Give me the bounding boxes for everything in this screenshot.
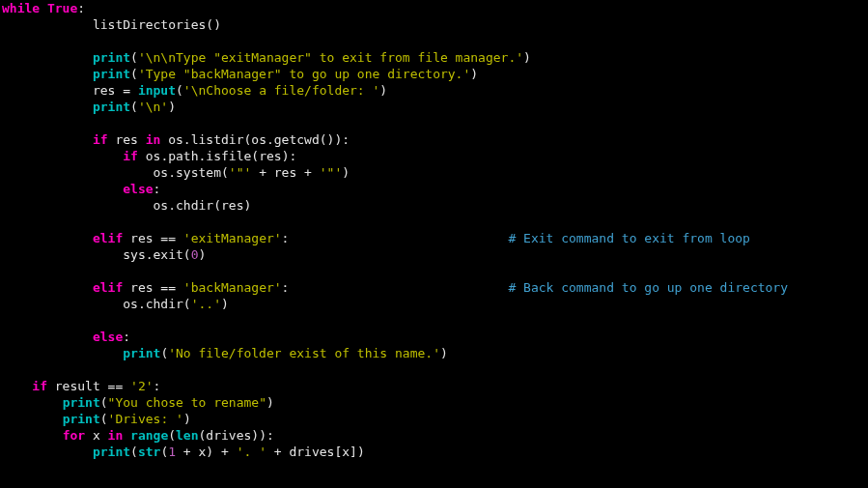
code-line: print("You chose to rename") (2, 395, 274, 410)
code-token-obj: chdir (176, 198, 213, 213)
code-token-call: print (93, 67, 130, 81)
code-editor-content[interactable]: while True: listDirectories() print('\n\… (0, 0, 868, 460)
code-token-pun: == (154, 280, 183, 295)
code-token-pun: : (123, 330, 130, 344)
code-token-pun: ( (251, 149, 259, 163)
code-token-pun: == (100, 379, 130, 393)
code-token-obj: os (146, 149, 161, 163)
code-line: while True: (2, 1, 85, 15)
code-token-pun: . (168, 198, 176, 213)
code-token-pun: ( (213, 198, 221, 213)
code-token-obj: chdir (146, 297, 183, 311)
code-line: elif res == 'exitManager': # Exit comman… (2, 231, 750, 245)
code-token-call: print (63, 395, 100, 410)
code-token-obj: exit (154, 247, 183, 262)
code-line: os.chdir(res) (2, 198, 251, 213)
code-token-pun: ) (199, 247, 207, 262)
code-token-pun: ( (183, 247, 191, 262)
code-token-pun (2, 297, 123, 311)
code-token-pun (40, 1, 47, 15)
code-token-pun (123, 280, 130, 295)
code-token-pun (2, 445, 93, 459)
code-line: print(str(1 + x) + '. ' + drives[x]) (2, 445, 365, 459)
code-token-kw: elif (93, 231, 123, 245)
code-token-pun: + (296, 165, 319, 180)
code-token-obj: listdir (191, 132, 244, 147)
code-token-pun (2, 67, 93, 81)
code-token-pun: ()): (320, 132, 350, 147)
code-token-pun (47, 379, 55, 393)
code-token-pun (100, 428, 108, 443)
code-token-pun: ) + (206, 445, 236, 459)
code-token-pun: ) (470, 67, 478, 81)
code-token-str: 'exitManager' (183, 231, 282, 245)
code-token-obj: x (93, 428, 100, 443)
code-token-pun: . (183, 132, 191, 147)
code-token-pun (138, 149, 146, 163)
code-token-pun: ) (221, 297, 229, 311)
code-token-pun: ) (342, 165, 350, 180)
code-token-pun (2, 330, 93, 344)
code-token-kw: else (123, 182, 153, 196)
code-token-obj: result (55, 379, 100, 393)
code-token-pun: ( (221, 165, 229, 180)
code-token-pun: ) (243, 198, 251, 213)
code-token-obj: sys (123, 247, 145, 262)
code-token-pun: . (138, 297, 146, 311)
code-token-pun: ( (130, 67, 138, 81)
code-token-call: print (93, 100, 130, 114)
code-token-pun: ) (440, 346, 448, 360)
code-token-pun: ): (282, 149, 297, 163)
code-token-str: '..' (191, 297, 221, 311)
code-token-kw: for (63, 428, 85, 443)
code-token-obj: os (154, 198, 169, 213)
code-token-pun: + (251, 165, 273, 180)
code-token-pun (2, 231, 93, 245)
code-token-pun: () (206, 17, 221, 32)
code-token-call: print (123, 346, 160, 360)
code-token-pun: ) (168, 100, 176, 114)
code-line: os.chdir('..') (2, 297, 229, 311)
code-token-pun (123, 428, 130, 443)
code-token-pun: + (266, 445, 289, 459)
code-token-str: '2' (130, 379, 153, 393)
code-token-pun (2, 395, 63, 410)
code-token-pun: ) (266, 395, 274, 410)
code-token-call: print (93, 50, 130, 65)
code-token-kw: if (32, 379, 47, 393)
code-token-obj: os (123, 297, 138, 311)
code-line: print('\n') (2, 100, 176, 114)
code-token-pun: ( (100, 395, 108, 410)
code-token-obj: res (274, 165, 296, 180)
code-token-pun (2, 17, 93, 32)
code-token-str: '\nChoose a file/folder: ' (183, 83, 380, 98)
code-token-pun: ( (183, 297, 191, 311)
code-token-pun (2, 412, 63, 426)
code-token-pun: . (146, 247, 154, 262)
code-token-obj: os (251, 132, 266, 147)
code-token-num: 1 (168, 445, 176, 459)
code-token-obj: res (130, 231, 153, 245)
code-token-pun: )): (251, 428, 273, 443)
code-token-kw: in (108, 428, 124, 443)
code-token-pun (2, 379, 32, 393)
code-line: if res in os.listdir(os.getcwd()): (2, 132, 350, 147)
code-line: if result == '2': (2, 379, 160, 393)
code-token-str: 'backManager' (183, 280, 282, 295)
code-token-pun: ( (168, 428, 176, 443)
code-token-str: '\n' (138, 100, 168, 114)
code-token-obj: drives (289, 445, 334, 459)
code-token-pun: ( (130, 50, 138, 65)
code-token-pun (2, 100, 93, 114)
code-token-pun: : (154, 379, 161, 393)
code-token-pun (2, 346, 123, 360)
code-token-kw: in (146, 132, 161, 147)
code-line: sys.exit(0) (2, 247, 206, 262)
code-token-kw: if (93, 132, 108, 147)
code-token-obj: x (342, 445, 350, 459)
code-token-pun (2, 247, 123, 262)
code-line: else: (2, 182, 160, 196)
code-line: os.system('"' + res + '"') (2, 165, 350, 180)
code-token-pun (2, 198, 154, 213)
code-token-pun (2, 165, 154, 180)
